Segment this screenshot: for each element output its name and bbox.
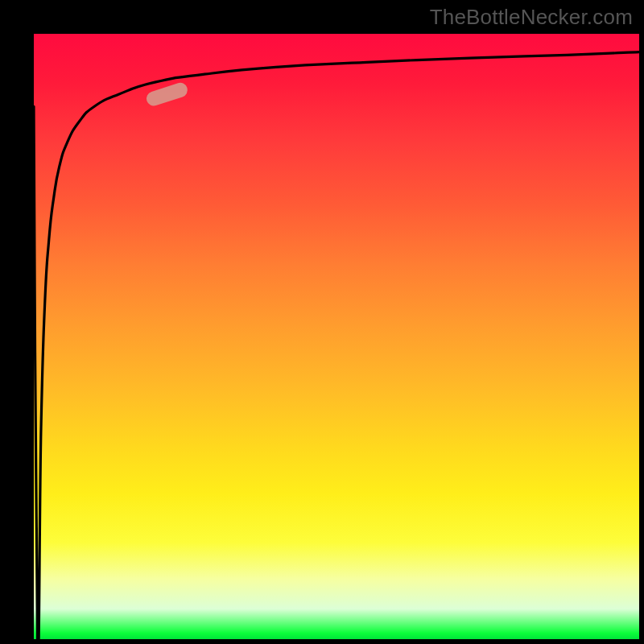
- watermark-label: TheBottleNecker.com: [430, 5, 633, 30]
- marker-pill: [145, 81, 190, 108]
- plot-area: [34, 34, 639, 639]
- svg-rect-0: [145, 81, 190, 108]
- chart-container: TheBottleNecker.com: [0, 0, 644, 644]
- curve-svg: [34, 34, 639, 639]
- bottleneck-curve: [34, 52, 639, 639]
